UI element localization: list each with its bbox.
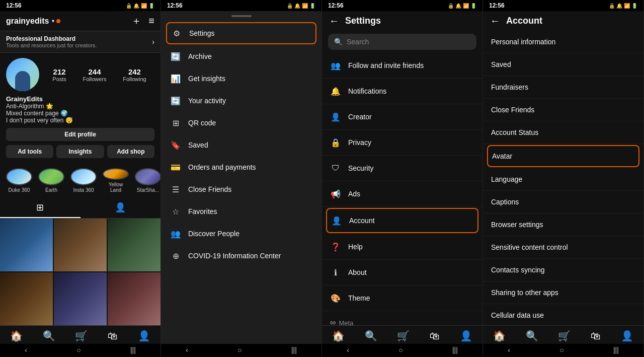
settings-icon: ⚙: [171, 28, 182, 39]
nav-home-1[interactable]: 🏠: [10, 330, 23, 342]
nav-search-3[interactable]: 🔍: [365, 330, 377, 342]
add-icon-1[interactable]: ＋: [131, 14, 141, 28]
account-language[interactable]: Language: [483, 168, 643, 191]
account-fundraisers[interactable]: Fundraisers: [483, 76, 643, 99]
avatar-1[interactable]: [6, 58, 39, 91]
sys-home-3[interactable]: ○: [398, 346, 403, 354]
account-contacts-syncing[interactable]: Contacts syncing: [483, 259, 643, 281]
pro-dashboard-text-1: Professional Dashboard Tools and resourc…: [6, 35, 97, 48]
sys-back-4[interactable]: ‹: [508, 346, 510, 354]
sys-home-1[interactable]: ○: [76, 346, 80, 354]
nav-profile-1[interactable]: 👤: [138, 330, 150, 342]
settings-creator[interactable]: 👤 Creator: [322, 104, 482, 130]
account-avatar[interactable]: Avatar: [487, 145, 639, 167]
account-close-friends[interactable]: Close Friends: [483, 99, 643, 121]
menu-favorites[interactable]: ☆ Favorites: [161, 200, 321, 223]
nav-icons-1[interactable]: ＋ ≡: [131, 14, 154, 28]
settings-account[interactable]: 👤 Account: [326, 208, 478, 233]
menu-orders[interactable]: 💳 Orders and payments: [161, 156, 321, 178]
theme-icon: 🎨: [330, 293, 341, 304]
menu-saved[interactable]: 🔖 Saved: [161, 134, 321, 156]
highlight-item-5[interactable]: StarSha...: [135, 168, 160, 193]
nav-profile-4[interactable]: 👤: [621, 330, 633, 342]
settings-privacy[interactable]: 🔒 Privacy: [322, 130, 482, 156]
menu-discover-people[interactable]: 👥 Discover People: [161, 223, 321, 245]
settings-about[interactable]: ℹ About: [322, 260, 482, 285]
search-bar[interactable]: 🔍 Search: [328, 34, 476, 50]
settings-notifications[interactable]: 🔔 Notifications: [322, 79, 482, 104]
menu-qr-code[interactable]: ⊞ QR code: [161, 112, 321, 134]
settings-security[interactable]: 🛡 Security: [322, 156, 482, 181]
photo-cell-1[interactable]: [0, 219, 53, 271]
account-icon: 👤: [331, 215, 342, 226]
notifications-icon: 🔔: [330, 86, 341, 97]
highlight-item-3[interactable]: Insta 360: [70, 168, 97, 193]
account-sensitive-content[interactable]: Sensitive content control: [483, 236, 643, 259]
sys-back-3[interactable]: ‹: [347, 346, 349, 354]
nav-cart-3[interactable]: 🛍: [430, 330, 440, 342]
nav-home-3[interactable]: 🏠: [332, 330, 345, 342]
photo-cell-4[interactable]: [0, 272, 53, 325]
sys-home-2[interactable]: ○: [237, 346, 242, 354]
profile-stats-row-1: 212 Posts 244 Followers 242 Following: [6, 58, 154, 91]
sys-home-4[interactable]: ○: [559, 346, 564, 354]
sys-back-1[interactable]: ‹: [25, 346, 27, 354]
account-sharing[interactable]: Sharing to other apps: [483, 281, 643, 304]
back-arrow-3[interactable]: ←: [329, 15, 339, 27]
add-shop-button[interactable]: Add shop: [107, 145, 154, 158]
account-cellular-data[interactable]: Cellular data use: [483, 304, 643, 325]
account-browser-settings[interactable]: Browser settings: [483, 213, 643, 236]
settings-follow-label: Follow and invite friends: [348, 61, 424, 69]
account-personal-info[interactable]: Personal information: [483, 31, 643, 53]
menu-get-insights[interactable]: 📊 Get insights: [161, 67, 321, 90]
nav-shop-4[interactable]: 🛒: [558, 330, 571, 342]
menu-qr-code-label: QR code: [188, 119, 216, 127]
settings-help[interactable]: ❓ Help: [322, 234, 482, 260]
nav-home-4[interactable]: 🏠: [493, 330, 506, 342]
sys-recents-1[interactable]: |||: [130, 346, 136, 354]
highlight-item-4[interactable]: Yellow Land: [103, 168, 129, 193]
photo-cell-5[interactable]: [54, 272, 107, 325]
account-captions[interactable]: Captions: [483, 191, 643, 213]
drag-handle[interactable]: [231, 15, 252, 17]
sys-recents-4[interactable]: |||: [613, 346, 619, 354]
sys-recents-2[interactable]: |||: [291, 346, 297, 354]
username-row-1[interactable]: grainyedits ▾: [6, 17, 60, 26]
insights-button[interactable]: Insights: [56, 145, 104, 158]
nav-search-1[interactable]: 🔍: [43, 330, 55, 342]
settings-ads[interactable]: 📢 Ads: [322, 181, 482, 207]
edit-profile-button[interactable]: Edit profile: [6, 128, 154, 141]
photo-cell-6[interactable]: [108, 272, 160, 325]
highlight-item-2[interactable]: Earth: [38, 168, 64, 193]
nav-cart-1[interactable]: 🛍: [108, 330, 118, 342]
sys-back-2[interactable]: ‹: [186, 346, 188, 354]
settings-theme[interactable]: 🎨 Theme: [322, 285, 482, 311]
bottom-nav-3: 🏠 🔍 🛒 🛍 👤: [322, 325, 482, 344]
sys-recents-3[interactable]: |||: [452, 346, 458, 354]
settings-follow[interactable]: 👥 Follow and invite friends: [322, 53, 482, 79]
ad-tools-button[interactable]: Ad tools: [6, 145, 53, 158]
nav-search-4[interactable]: 🔍: [526, 330, 538, 342]
menu-your-activity[interactable]: 🔄 Your activity: [161, 90, 321, 112]
tab-grid-1[interactable]: ⊞: [0, 198, 80, 218]
tab-tagged-1[interactable]: 👤: [80, 198, 161, 218]
menu-close-friends[interactable]: ☰ Close Friends: [161, 178, 321, 200]
pro-dashboard-chevron-1: ›: [152, 38, 154, 46]
menu-archive[interactable]: 🔄 Archive: [161, 45, 321, 67]
account-status[interactable]: Account Status: [483, 121, 643, 144]
photo-cell-3[interactable]: [108, 219, 160, 271]
nav-profile-3[interactable]: 👤: [460, 330, 472, 342]
photo-cell-2[interactable]: [54, 219, 107, 271]
highlight-item-1[interactable]: Duke 360: [6, 168, 32, 193]
menu-icon-1[interactable]: ≡: [148, 15, 154, 27]
menu-covid[interactable]: ⊕ COVID-19 Information Center: [161, 245, 321, 267]
sys-nav-1: ‹ ○ |||: [0, 344, 160, 357]
nav-shop-1[interactable]: 🛒: [75, 330, 88, 342]
menu-settings[interactable]: ⚙ Settings: [166, 22, 316, 44]
nav-cart-4[interactable]: 🛍: [591, 330, 601, 342]
back-arrow-4[interactable]: ←: [490, 15, 500, 27]
nav-shop-3[interactable]: 🛒: [397, 330, 410, 342]
pro-dashboard-1[interactable]: Professional Dashboard Tools and resourc…: [0, 31, 160, 53]
menu-your-activity-label: Your activity: [188, 97, 226, 105]
account-saved[interactable]: Saved: [483, 53, 643, 76]
